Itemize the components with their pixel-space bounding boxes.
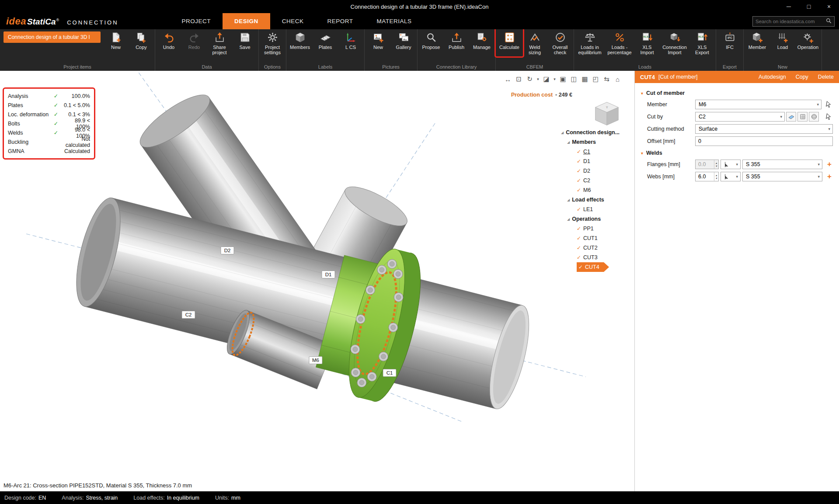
- 3d-viewport[interactable]: D2 D1 C2 M6 C1 Analysis✓100.0% Plates✓0.…: [0, 71, 635, 491]
- search-input[interactable]: [755, 19, 826, 24]
- expander-icon[interactable]: ◢: [561, 131, 564, 135]
- clipping-chevron-icon[interactable]: ▾: [552, 77, 557, 81]
- undo-button[interactable]: Undo: [156, 29, 181, 51]
- ifc-export-button[interactable]: IFC IFC: [717, 29, 742, 51]
- tree-item-le1[interactable]: ✓LE1: [577, 205, 634, 214]
- close-button[interactable]: ×: [819, 0, 839, 13]
- home-view-icon[interactable]: ⌂: [612, 74, 623, 84]
- measure-icon[interactable]: ↔: [502, 74, 513, 84]
- tree-item-cut3[interactable]: ✓CUT3: [577, 253, 634, 262]
- tree-group-operations[interactable]: ◢Operations: [567, 214, 634, 224]
- member-label-m6[interactable]: M6: [309, 357, 322, 364]
- labels-members-button[interactable]: Members: [287, 29, 313, 51]
- cutby-dropdown[interactable]: C2 ▾: [695, 112, 785, 122]
- navigation-cube[interactable]: Y: [591, 99, 623, 132]
- tree-item-c1[interactable]: ✓C1: [577, 147, 634, 156]
- section-cut-of-member[interactable]: ▾ Cut of member: [641, 90, 834, 96]
- flanges-weld-type-dropdown[interactable]: ▾: [721, 160, 741, 169]
- tree-item-d2[interactable]: ✓D2: [577, 166, 634, 176]
- rotate-view-icon[interactable]: ↻: [524, 74, 535, 84]
- publish-button[interactable]: Publish: [444, 29, 469, 51]
- expander-icon[interactable]: ◢: [567, 140, 570, 144]
- view-section-icon[interactable]: ◰: [590, 74, 601, 84]
- tab-project[interactable]: PROJECT: [170, 13, 223, 29]
- expander-icon[interactable]: ◢: [567, 217, 570, 221]
- rotate-view-chevron-icon[interactable]: ▾: [535, 77, 541, 81]
- webs-thickness-spinner[interactable]: 6.0 ▴▾: [695, 172, 719, 181]
- member-label-c1[interactable]: C1: [383, 369, 396, 377]
- offset-input[interactable]: [695, 136, 833, 146]
- tab-report[interactable]: REPORT: [316, 13, 365, 29]
- labels-lcs-button[interactable]: L CS: [338, 29, 363, 51]
- member-dropdown[interactable]: M6 ▾: [695, 100, 822, 109]
- share-project-button[interactable]: Share project: [207, 29, 232, 56]
- section-welds[interactable]: ▾ Welds: [641, 150, 834, 156]
- view-swap-icon[interactable]: ⇆: [601, 74, 612, 84]
- member-label-d1[interactable]: D1: [322, 271, 335, 278]
- xls-import-button[interactable]: XLS XLS Import: [634, 29, 660, 56]
- new-project-item-button[interactable]: New: [103, 29, 129, 51]
- tree-root[interactable]: ◢Connection design...: [561, 128, 634, 137]
- member-label-c2[interactable]: C2: [182, 311, 195, 319]
- delete-operation-button[interactable]: Delete: [818, 74, 834, 80]
- tree-item-cut2[interactable]: ✓CUT2: [577, 243, 634, 253]
- calculate-button[interactable]: Calculate: [497, 29, 522, 51]
- save-button[interactable]: Save: [232, 29, 258, 51]
- active-project-button[interactable]: Connection design of a tubular 3D l: [3, 31, 101, 43]
- weld-sizing-button[interactable]: Weld sizing: [522, 29, 547, 56]
- view-wireframe-icon[interactable]: ▦: [579, 74, 590, 84]
- labels-plates-button[interactable]: Plates: [313, 29, 338, 51]
- loads-percentage-button[interactable]: Loads - percentage: [605, 29, 634, 56]
- view-solid-icon[interactable]: ▣: [557, 74, 568, 84]
- clipping-icon[interactable]: ◪: [541, 74, 552, 84]
- new-load-button[interactable]: Load: [770, 29, 795, 51]
- tab-materials[interactable]: MATERIALS: [365, 13, 424, 29]
- copy-operation-button[interactable]: Copy: [796, 74, 808, 80]
- tree-group-load-effects[interactable]: ◢Load effects: [567, 195, 634, 205]
- tree-item-cut1[interactable]: ✓CUT1: [577, 233, 634, 243]
- search-icon[interactable]: [826, 17, 832, 25]
- maximize-button[interactable]: □: [799, 0, 819, 13]
- autodesign-button[interactable]: Autodesign: [759, 74, 786, 80]
- expander-icon[interactable]: ◢: [567, 198, 570, 202]
- minimize-button[interactable]: ─: [779, 0, 799, 13]
- flanges-thickness-spinner[interactable]: 0.0 ▴▾: [695, 160, 719, 169]
- redo-button[interactable]: Redo: [181, 29, 207, 51]
- copy-project-item-button[interactable]: Copy: [129, 29, 154, 51]
- tab-check[interactable]: CHECK: [270, 13, 316, 29]
- new-member-button[interactable]: Member: [745, 29, 770, 51]
- flanges-material-dropdown[interactable]: S 355 ▾: [742, 160, 822, 169]
- tree-item-d1[interactable]: ✓D1: [577, 156, 634, 166]
- tree-group-members[interactable]: ◢Members: [567, 137, 634, 147]
- xls-export-button[interactable]: XLS XLS Export: [689, 29, 715, 56]
- cutby-solid-button[interactable]: [809, 112, 819, 122]
- connection-import-button[interactable]: Connection Import: [660, 29, 689, 56]
- webs-material-dropdown[interactable]: S 355 ▾: [742, 172, 822, 181]
- view-transparent-icon[interactable]: ◫: [568, 74, 579, 84]
- spinner-arrows-icon[interactable]: ▴▾: [714, 172, 718, 181]
- spinner-arrows-icon[interactable]: ▴▾: [714, 160, 718, 169]
- propose-button[interactable]: Propose: [418, 29, 444, 51]
- new-operation-button[interactable]: Operation: [795, 29, 821, 51]
- member-label-d2[interactable]: D2: [221, 247, 234, 254]
- pick-member-button[interactable]: [824, 100, 833, 109]
- loads-equilibrium-button[interactable]: Loads in equilibrium: [575, 29, 605, 56]
- manage-button[interactable]: Manage: [469, 29, 494, 51]
- new-picture-button[interactable]: New: [366, 29, 391, 51]
- tab-design[interactable]: DESIGN: [223, 13, 270, 29]
- tree-item-c2[interactable]: ✓C2: [577, 176, 634, 185]
- tree-item-pp1[interactable]: ✓PP1: [577, 224, 634, 233]
- overall-check-button[interactable]: Overall check: [547, 29, 573, 56]
- pick-cutby-button[interactable]: [824, 112, 833, 121]
- webs-weld-type-dropdown[interactable]: ▾: [721, 172, 741, 181]
- cutting-method-dropdown[interactable]: Surface ▾: [695, 124, 833, 134]
- tree-item-cut4[interactable]: ✓CUT4: [577, 262, 604, 272]
- tree-item-m6[interactable]: ✓M6: [577, 185, 634, 195]
- add-flange-weld-button[interactable]: +: [826, 160, 833, 169]
- cutby-plate-button[interactable]: [786, 112, 796, 122]
- cutby-grid-button[interactable]: [797, 112, 808, 122]
- zoom-extents-icon[interactable]: ⊡: [513, 74, 524, 84]
- gallery-button[interactable]: Gallery: [391, 29, 416, 51]
- project-settings-button[interactable]: Project settings: [260, 29, 285, 56]
- add-web-weld-button[interactable]: +: [826, 172, 833, 181]
